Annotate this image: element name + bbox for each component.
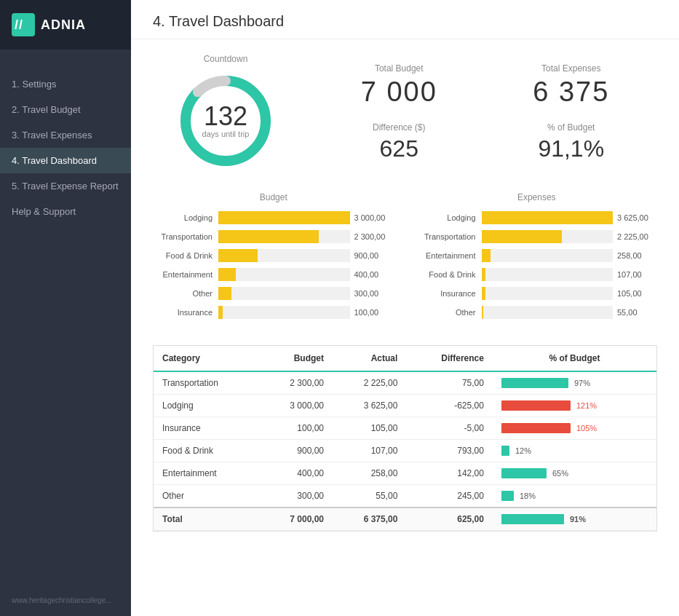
table-row: Insurance 100,00 105,00 -5,00 105% (154, 417, 656, 440)
cell-budget: 400,00 (259, 462, 333, 485)
bar-fill (218, 287, 231, 300)
cell-actual: 55,00 (333, 485, 406, 508)
table-total-row: Total 7 000,00 6 375,00 625,00 91% (154, 508, 656, 531)
bar-value: 105,00 (617, 289, 657, 298)
bar-value: 900,00 (354, 251, 394, 260)
pct-label: 121% (576, 401, 598, 410)
cell-category: Entertainment (154, 462, 259, 485)
bar-fill (482, 211, 614, 224)
pct-bar-fill (501, 423, 571, 433)
pct-label: 12% (515, 446, 537, 455)
bar-value: 107,00 (617, 270, 657, 279)
pct-budget-label: % of Budget (500, 122, 643, 133)
budget-chart: Budget Lodging 3 000,00 Transportation 2… (153, 192, 394, 325)
cell-budget: 3 000,00 (259, 395, 333, 417)
sidebar-item-travel-budget[interactable]: 2. Travel Budget (0, 97, 131, 122)
expenses-bar-row: Other 55,00 (416, 306, 658, 319)
bar-track (482, 230, 614, 243)
svg-text://: // (15, 17, 23, 32)
cell-difference: 142,00 (406, 462, 493, 485)
difference-value: 625 (327, 135, 471, 162)
col-category: Category (154, 346, 259, 371)
bar-value: 3 000,00 (354, 213, 394, 222)
bar-track (482, 287, 614, 300)
main-content: 4. Travel Dashboard Countdown 132 days u… (131, 0, 679, 616)
cell-difference: -625,00 (406, 395, 493, 417)
cell-pct-budget: 12% (493, 440, 656, 462)
cell-budget: 300,00 (259, 485, 333, 508)
bar-value: 2 300,00 (354, 232, 394, 241)
cell-actual: 2 225,00 (333, 371, 406, 395)
col-budget: Budget (259, 346, 333, 371)
budget-bar-row: Other 300,00 (153, 287, 394, 300)
budget-bars: Lodging 3 000,00 Transportation 2 300,00… (153, 211, 394, 319)
donut-chart: 132 days until trip (175, 70, 277, 172)
page-title: 4. Travel Dashboard (131, 0, 679, 39)
pct-bar-fill (501, 514, 564, 524)
cell-budget: 100,00 (259, 417, 333, 440)
sidebar-item-travel-dashboard[interactable]: 4. Travel Dashboard (0, 148, 131, 173)
cell-actual: 258,00 (333, 462, 406, 485)
budget-bar-row: Transportation 2 300,00 (153, 230, 394, 243)
pct-label: 65% (552, 469, 574, 478)
table-row: Lodging 3 000,00 3 625,00 -625,00 121% (154, 395, 656, 417)
table-row: Entertainment 400,00 258,00 142,00 65% (154, 462, 656, 485)
bar-value: 300,00 (354, 289, 394, 298)
logo-text: ADNIA (41, 17, 86, 33)
cell-category: Other (154, 485, 259, 508)
sidebar-item-settings[interactable]: 1. Settings (0, 71, 131, 97)
pct-bar-fill (501, 468, 547, 478)
bar-label: Lodging (416, 213, 482, 222)
cell-pct-budget: 97% (493, 371, 656, 395)
cell-budget: 2 300,00 (259, 371, 333, 395)
sidebar-footer: www.heritagechristiancollege... (0, 585, 131, 616)
summary-row: Countdown 132 days until trip (153, 54, 657, 172)
bar-fill (482, 249, 491, 262)
bar-label: Other (416, 308, 482, 317)
countdown-section: Countdown 132 days until trip (153, 54, 298, 172)
bar-label: Food & Drink (153, 251, 218, 260)
countdown-sub-label: days until trip (202, 130, 250, 138)
expenses-chart: Expenses Lodging 3 625,00 Transportation… (416, 192, 658, 325)
bar-label: Entertainment (153, 270, 218, 279)
cell-actual: 107,00 (333, 440, 406, 462)
bar-value: 3 625,00 (617, 213, 657, 222)
bar-fill (482, 230, 563, 243)
bar-label: Insurance (153, 308, 218, 317)
bar-value: 400,00 (354, 270, 394, 279)
table-section: Category Budget Actual Difference % of B… (153, 345, 657, 532)
bar-value: 55,00 (617, 308, 657, 317)
pct-bar-wrapper: 91% (501, 514, 648, 524)
difference-box: Difference ($) 625 (313, 115, 485, 170)
bar-label: Transportation (416, 232, 482, 241)
bar-track (482, 211, 614, 224)
bar-value: 100,00 (354, 308, 394, 317)
sidebar-item-help-support[interactable]: Help & Support (0, 199, 131, 224)
stats-section: Total Budget 7 000 Total Expenses 6 375 … (313, 56, 657, 170)
expenses-chart-title: Expenses (416, 192, 658, 202)
expenses-bar-row: Lodging 3 625,00 (416, 211, 658, 224)
bar-label: Lodging (153, 213, 218, 222)
bar-track (218, 249, 350, 262)
col-pct-budget: % of Budget (493, 346, 656, 371)
pct-label: 105% (576, 424, 598, 433)
expenses-bar-row: Transportation 2 225,00 (416, 230, 658, 243)
sidebar-item-travel-expense-report[interactable]: 5. Travel Expense Report (0, 173, 131, 199)
bar-track (482, 268, 614, 281)
cell-pct-budget: 105% (493, 417, 656, 440)
bar-track (218, 306, 350, 319)
cell-pct-budget: 65% (493, 462, 656, 485)
cell-category: Insurance (154, 417, 259, 440)
difference-label: Difference ($) (327, 122, 471, 133)
expenses-bar-row: Entertainment 258,00 (416, 249, 658, 262)
pct-bar-fill (501, 446, 509, 456)
table-row: Transportation 2 300,00 2 225,00 75,00 9… (154, 371, 656, 395)
cell-category: Food & Drink (154, 440, 259, 462)
pct-bar-wrapper: 18% (501, 491, 648, 501)
nav-items: 1. Settings 2. Travel Budget 3. Travel E… (0, 50, 131, 585)
cell-difference: 793,00 (406, 440, 493, 462)
pct-budget-box: % of Budget 91,1% (485, 115, 658, 170)
total-expenses-label: Total Expenses (500, 63, 643, 74)
bar-track (218, 287, 350, 300)
sidebar-item-travel-expenses[interactable]: 3. Travel Expenses (0, 122, 131, 148)
